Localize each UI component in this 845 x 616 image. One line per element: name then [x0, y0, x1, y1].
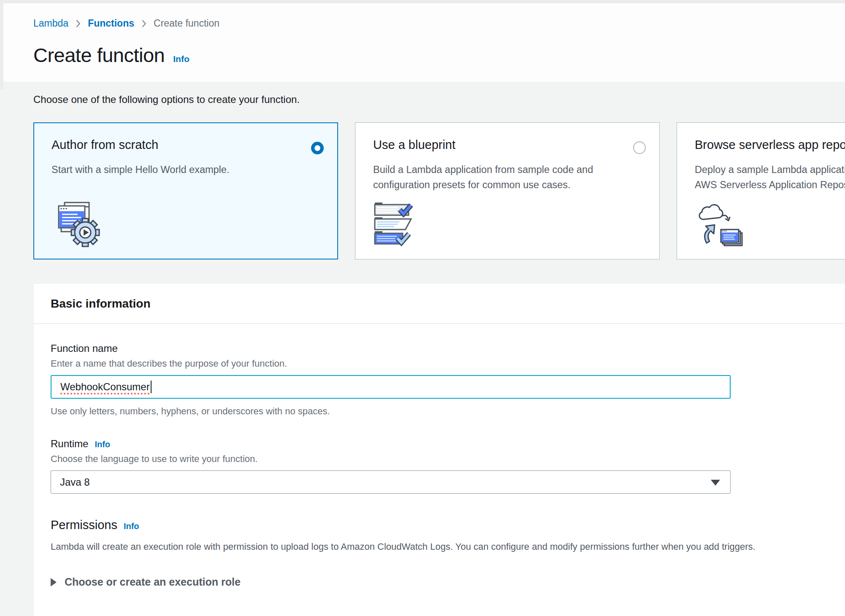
- page-header: Lambda Functions Create function Create …: [0, 0, 845, 82]
- breadcrumb: Lambda Functions Create function: [33, 18, 845, 29]
- function-name-helper: Enter a name that describes the purpose …: [51, 358, 843, 369]
- runtime-info-link[interactable]: Info: [95, 440, 110, 449]
- permissions-section: Permissions Info Lambda will create an e…: [51, 518, 843, 552]
- execution-role-expander[interactable]: Choose or create an execution role: [51, 576, 843, 588]
- page-title-info-link[interactable]: Info: [173, 54, 189, 64]
- panel-title: Basic information: [51, 297, 843, 311]
- runtime-field: Runtime Info Choose the language to use …: [51, 438, 843, 494]
- card-description: Build a Lambda application from sample c…: [373, 162, 645, 193]
- window-top-edge: [0, 0, 845, 3]
- text-cursor: [151, 381, 152, 393]
- card-description: Deploy a sample Lambda application from …: [695, 162, 845, 193]
- caret-down-icon: [711, 480, 720, 486]
- permissions-title: Permissions: [51, 518, 117, 532]
- title-row: Create function Info: [33, 43, 845, 67]
- card-browse-serverless-app-repository[interactable]: Browse serverless app repository Deploy …: [677, 122, 845, 259]
- triangle-right-icon: [51, 578, 57, 586]
- basic-information-panel: Basic information Function name Enter a …: [33, 283, 845, 616]
- card-title: Author from scratch: [51, 138, 323, 152]
- chevron-right-icon: [76, 19, 81, 28]
- page-subtitle: Choose one of the following options to c…: [33, 94, 845, 105]
- function-name-value: WebhookConsumer: [60, 381, 150, 393]
- window-left-edge: [0, 0, 3, 89]
- card-title: Browse serverless app repository: [695, 138, 845, 152]
- panel-body: Function name Enter a name that describe…: [34, 324, 845, 616]
- execution-role-expander-label: Choose or create an execution role: [65, 576, 241, 588]
- runtime-select[interactable]: Java 8: [51, 470, 731, 494]
- runtime-label: Runtime: [51, 438, 88, 450]
- runtime-helper: Choose the language to use to write your…: [51, 454, 843, 465]
- radio-selected-icon[interactable]: [311, 142, 324, 154]
- breadcrumb-functions-link[interactable]: Functions: [88, 18, 134, 29]
- card-use-a-blueprint[interactable]: Use a blueprint Build a Lambda applicati…: [355, 122, 660, 259]
- card-description-line1: Deploy a sample Lambda application from …: [695, 162, 845, 177]
- chevron-right-icon: [141, 19, 146, 28]
- page-title: Create function: [33, 43, 165, 67]
- panel-header: Basic information: [34, 284, 845, 324]
- blueprint-checklist-icon: [373, 201, 418, 250]
- lambda-create-function-page: Lambda Functions Create function Create …: [0, 0, 845, 616]
- radio-unselected-icon[interactable]: [633, 141, 646, 154]
- serverless-app-repository-icon: [695, 201, 745, 250]
- runtime-selected-option: Java 8: [60, 476, 90, 488]
- author-from-scratch-icon: [51, 200, 101, 249]
- breadcrumb-current: Create function: [154, 18, 219, 29]
- permissions-description: Lambda will create an execution role wit…: [51, 541, 843, 552]
- permissions-info-link[interactable]: Info: [124, 521, 139, 531]
- card-title: Use a blueprint: [373, 138, 645, 152]
- card-description-line2: AWS Serverless Application Repository: [695, 177, 845, 192]
- function-name-label: Function name: [51, 343, 843, 354]
- card-description: Start with a simple Hello World example.: [51, 162, 323, 177]
- function-name-hint: Use only letters, numbers, hyphens, or u…: [51, 406, 843, 417]
- creation-option-cards: Author from scratch Start with a simple …: [33, 122, 845, 259]
- breadcrumb-lambda-link[interactable]: Lambda: [33, 18, 68, 29]
- card-author-from-scratch[interactable]: Author from scratch Start with a simple …: [33, 122, 338, 259]
- function-name-input[interactable]: WebhookConsumer: [51, 375, 731, 399]
